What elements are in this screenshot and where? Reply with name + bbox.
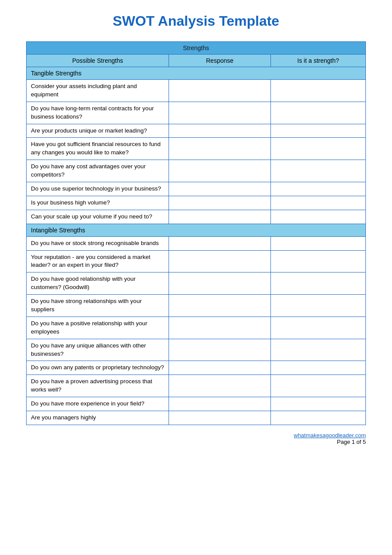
swot-table: StrengthsPossible StrengthsResponseIs it…	[26, 41, 366, 425]
question-cell: Are you managers highly	[27, 411, 169, 425]
response-cell[interactable]	[169, 411, 271, 425]
category-row: Intangible Strengths	[27, 224, 366, 236]
table-row: Do you have good relationship with your …	[27, 272, 366, 295]
table-row: Do you have or stock strong recognisable…	[27, 236, 366, 250]
response-cell[interactable]	[169, 250, 271, 272]
table-row: Can your scale up your volume if you nee…	[27, 210, 366, 224]
question-cell: Do you have strong relationships with yo…	[27, 295, 169, 317]
response-cell[interactable]	[169, 339, 271, 361]
table-row: Do you have more experience in your fiel…	[27, 397, 366, 411]
response-cell[interactable]	[169, 361, 271, 375]
table-row: Do you have strong relationships with yo…	[27, 295, 366, 317]
question-cell: Your reputation - are you considered a m…	[27, 250, 169, 272]
col-header-0: Possible Strengths	[27, 54, 169, 67]
strength-cell[interactable]	[270, 138, 365, 160]
table-row: Are your products unique or market leadi…	[27, 124, 366, 138]
question-cell: Are your products unique or market leadi…	[27, 124, 169, 138]
response-cell[interactable]	[169, 102, 271, 124]
table-row: Do you have a proven advertising process…	[27, 375, 366, 397]
response-cell[interactable]	[169, 160, 271, 182]
response-cell[interactable]	[169, 295, 271, 317]
question-cell: Do you have more experience in your fiel…	[27, 397, 169, 411]
question-cell: Do you own any patents or proprietary te…	[27, 361, 169, 375]
table-row: Are you managers highly	[27, 411, 366, 425]
table-row: Consider your assets including plant and…	[27, 80, 366, 102]
strength-cell[interactable]	[270, 80, 365, 102]
section-header: Strengths	[27, 42, 366, 54]
response-cell[interactable]	[169, 182, 271, 196]
strength-cell[interactable]	[270, 160, 365, 182]
question-cell: Do you have any cost advantages over you…	[27, 160, 169, 182]
col-header-2: Is it a strength?	[270, 54, 365, 67]
col-header-1: Response	[169, 54, 271, 67]
response-cell[interactable]	[169, 124, 271, 138]
question-cell: Do you have any unique alliances with ot…	[27, 339, 169, 361]
strength-cell[interactable]	[270, 411, 365, 425]
response-cell[interactable]	[169, 397, 271, 411]
strength-cell[interactable]	[270, 250, 365, 272]
strength-cell[interactable]	[270, 182, 365, 196]
response-cell[interactable]	[169, 138, 271, 160]
response-cell[interactable]	[169, 317, 271, 339]
table-row: Do you have long-term rental contracts f…	[27, 102, 366, 124]
strength-cell[interactable]	[270, 272, 365, 295]
response-cell[interactable]	[169, 272, 271, 295]
response-cell[interactable]	[169, 236, 271, 250]
strength-cell[interactable]	[270, 397, 365, 411]
table-row: Do you own any patents or proprietary te…	[27, 361, 366, 375]
question-cell: Consider your assets including plant and…	[27, 80, 169, 102]
question-cell: Do you have a positive relationship with…	[27, 317, 169, 339]
question-cell: Do you use superior technology in your b…	[27, 182, 169, 196]
strength-cell[interactable]	[270, 210, 365, 224]
table-row: Is your business high volume?	[27, 196, 366, 210]
response-cell[interactable]	[169, 210, 271, 224]
table-row: Do you have a positive relationship with…	[27, 317, 366, 339]
table-row: Do you use superior technology in your b…	[27, 182, 366, 196]
question-cell: Do you have or stock strong recognisable…	[27, 236, 169, 250]
question-cell: Do you have a proven advertising process…	[27, 375, 169, 397]
footer: whatmakesagoodleader.com Page 1 of 5	[26, 432, 366, 445]
response-cell[interactable]	[169, 196, 271, 210]
page-number: Page 1 of 5	[26, 439, 366, 445]
response-cell[interactable]	[169, 80, 271, 102]
response-cell[interactable]	[169, 375, 271, 397]
table-row: Your reputation - are you considered a m…	[27, 250, 366, 272]
question-cell: Can your scale up your volume if you nee…	[27, 210, 169, 224]
strength-cell[interactable]	[270, 124, 365, 138]
question-cell: Do you have good relationship with your …	[27, 272, 169, 295]
strength-cell[interactable]	[270, 339, 365, 361]
strength-cell[interactable]	[270, 196, 365, 210]
strength-cell[interactable]	[270, 375, 365, 397]
question-cell: Do you have long-term rental contracts f…	[27, 102, 169, 124]
footer-link[interactable]: whatmakesagoodleader.com	[294, 432, 366, 439]
table-row: Do you have any unique alliances with ot…	[27, 339, 366, 361]
strength-cell[interactable]	[270, 295, 365, 317]
question-cell: Is your business high volume?	[27, 196, 169, 210]
table-row: Do you have any cost advantages over you…	[27, 160, 366, 182]
strength-cell[interactable]	[270, 317, 365, 339]
table-row: Have you got sufficient financial resour…	[27, 138, 366, 160]
strength-cell[interactable]	[270, 102, 365, 124]
strength-cell[interactable]	[270, 236, 365, 250]
question-cell: Have you got sufficient financial resour…	[27, 138, 169, 160]
category-row: Tangible Strengths	[27, 67, 366, 80]
page-title: SWOT Analysis Template	[26, 13, 366, 29]
strength-cell[interactable]	[270, 361, 365, 375]
